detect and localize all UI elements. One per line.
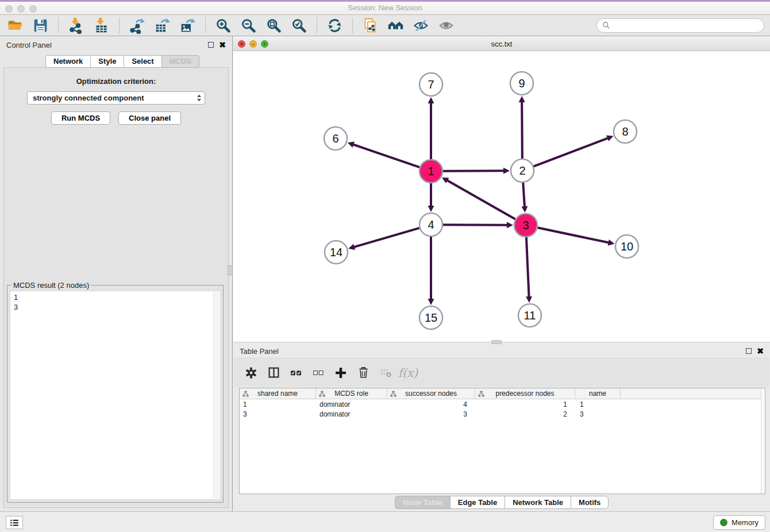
- function-builder-button[interactable]: f(x): [401, 365, 415, 380]
- select-all-button[interactable]: [288, 365, 303, 380]
- close-table-panel-icon[interactable]: ✖: [757, 348, 764, 354]
- refresh-button[interactable]: [325, 16, 344, 34]
- table-tab-network-table[interactable]: Network Table: [505, 496, 571, 509]
- tab-network[interactable]: Network: [45, 55, 90, 68]
- zoom-fit-button[interactable]: [264, 16, 283, 34]
- table-tab-edge-table[interactable]: Edge Table: [450, 496, 505, 509]
- node-7[interactable]: 7: [419, 73, 442, 96]
- criterion-select[interactable]: strongly connected component: [27, 91, 205, 105]
- control-panel: Control Panel ✖ NetworkStyleSelectMCDS O…: [0, 36, 233, 511]
- save-session-button[interactable]: [31, 16, 50, 34]
- cell-name[interactable]: 3: [575, 409, 621, 419]
- export-network-button[interactable]: [128, 16, 147, 34]
- cell-shared-name[interactable]: 3: [240, 409, 316, 419]
- splitter-handle-vertical[interactable]: [228, 265, 233, 275]
- mcds-result-list[interactable]: 13: [10, 291, 221, 500]
- clone-network-button[interactable]: [361, 16, 380, 34]
- delete-column-button[interactable]: [378, 365, 393, 380]
- export-table-button[interactable]: [153, 16, 172, 34]
- deselect-all-button[interactable]: [311, 365, 326, 380]
- window-minimize-button[interactable]: [17, 5, 25, 13]
- column-header-name[interactable]: name: [575, 388, 621, 399]
- edge-4-15[interactable]: [428, 237, 434, 305]
- network-zoom-button[interactable]: +: [261, 40, 268, 48]
- result-scrollbar[interactable]: [213, 292, 220, 499]
- close-panel-button[interactable]: Close panel: [118, 111, 181, 125]
- edge-2-9[interactable]: [519, 96, 525, 159]
- show-all-button[interactable]: [437, 16, 456, 34]
- cell-mcds-role[interactable]: dominator: [316, 409, 387, 419]
- edge-3-11[interactable]: [526, 237, 532, 303]
- node-table[interactable]: shared nameMCDS rolesuccessor nodesprede…: [239, 388, 765, 494]
- zoom-in-button[interactable]: [214, 16, 233, 34]
- open-session-button[interactable]: [6, 16, 25, 34]
- window-zoom-button[interactable]: [29, 5, 37, 13]
- cell-shared-name[interactable]: 1: [240, 399, 316, 409]
- table-scrollbar[interactable]: [761, 388, 765, 494]
- task-history-button[interactable]: [6, 516, 23, 529]
- column-header-predecessor-nodes[interactable]: predecessor nodes: [475, 388, 575, 399]
- node-14[interactable]: 14: [325, 241, 348, 264]
- close-panel-icon[interactable]: ✖: [219, 42, 226, 48]
- tab-mcds[interactable]: MCDS: [161, 55, 199, 68]
- float-panel-icon[interactable]: [208, 42, 214, 48]
- column-header-mcds-role[interactable]: MCDS role: [316, 388, 387, 399]
- network-canvas[interactable]: 7968124314101511: [233, 51, 770, 342]
- edge-1-2[interactable]: [443, 168, 510, 174]
- run-mcds-button[interactable]: Run MCDS: [51, 111, 110, 125]
- memory-label: Memory: [732, 518, 759, 527]
- edge-2-3[interactable]: [521, 183, 528, 213]
- search-input[interactable]: [613, 21, 759, 30]
- splitter-handle-horizontal[interactable]: [491, 340, 502, 344]
- export-image-button[interactable]: [178, 16, 197, 34]
- edge-1-6[interactable]: [348, 142, 419, 168]
- zoom-out-button[interactable]: [239, 16, 258, 34]
- node-2[interactable]: 2: [511, 159, 534, 182]
- table-row[interactable]: 1dominator411: [240, 399, 765, 409]
- tab-style[interactable]: Style: [90, 55, 124, 68]
- edge-4-14[interactable]: [348, 228, 419, 250]
- edge-2-8[interactable]: [534, 136, 614, 167]
- cell-predecessor-nodes[interactable]: 1: [475, 399, 575, 409]
- node-15[interactable]: 15: [419, 306, 442, 329]
- node-9[interactable]: 9: [510, 72, 533, 95]
- network-minimize-button[interactable]: −: [249, 40, 257, 48]
- tab-select[interactable]: Select: [124, 55, 161, 68]
- edge-3-10[interactable]: [538, 228, 615, 245]
- column-header-shared-name[interactable]: shared name: [240, 388, 316, 399]
- node-11[interactable]: 11: [518, 304, 541, 327]
- node-8[interactable]: 8: [614, 120, 637, 143]
- import-table-button[interactable]: [92, 16, 111, 34]
- table-tab-motifs[interactable]: Motifs: [571, 496, 609, 509]
- import-network-button[interactable]: [67, 16, 86, 34]
- table-settings-button[interactable]: [244, 365, 259, 380]
- float-table-panel-icon[interactable]: [746, 348, 752, 354]
- table-row[interactable]: 3dominator323: [240, 409, 765, 419]
- column-header-successor-nodes[interactable]: successor nodes: [387, 388, 475, 399]
- add-button[interactable]: [333, 365, 348, 380]
- edge-1-7[interactable]: [428, 97, 434, 159]
- cell-predecessor-nodes[interactable]: 2: [475, 409, 575, 419]
- window-close-button[interactable]: [5, 5, 13, 13]
- delete-button[interactable]: [356, 365, 371, 380]
- network-close-button[interactable]: ✕: [238, 40, 245, 48]
- zoom-selected-button[interactable]: [290, 16, 309, 34]
- node-1[interactable]: 1: [419, 160, 442, 183]
- edge-3-1[interactable]: [442, 178, 515, 219]
- edge-1-4[interactable]: [428, 183, 434, 212]
- network-graph[interactable]: 7968124314101511: [233, 51, 770, 342]
- node-4[interactable]: 4: [419, 213, 442, 236]
- table-tab-node-table[interactable]: Node Table: [395, 496, 450, 509]
- first-neighbors-button[interactable]: [386, 16, 405, 34]
- node-3[interactable]: 3: [514, 214, 537, 237]
- cell-name[interactable]: 1: [575, 399, 621, 409]
- show-column-button[interactable]: [266, 365, 281, 380]
- hide-selected-button[interactable]: [411, 16, 430, 34]
- node-10[interactable]: 10: [615, 235, 638, 258]
- node-6[interactable]: 6: [324, 127, 347, 150]
- edge-4-3[interactable]: [443, 222, 513, 228]
- memory-button[interactable]: Memory: [713, 515, 765, 530]
- cell-successor-nodes[interactable]: 4: [387, 399, 475, 409]
- cell-successor-nodes[interactable]: 3: [387, 409, 475, 419]
- cell-mcds-role[interactable]: dominator: [316, 399, 387, 409]
